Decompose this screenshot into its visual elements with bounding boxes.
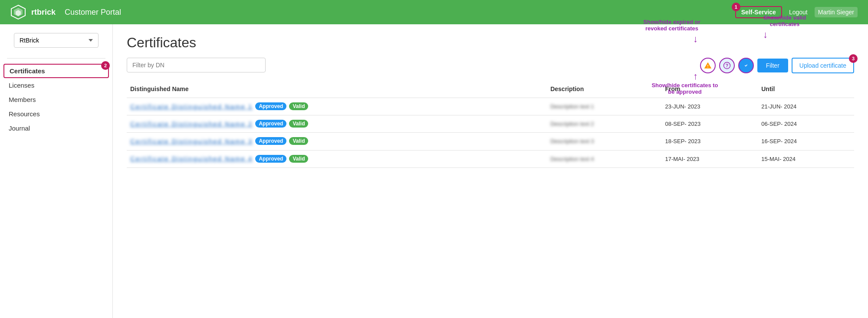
logout-button[interactable]: Logout bbox=[789, 9, 808, 16]
badge-1: 1 bbox=[732, 3, 740, 11]
dn-link[interactable]: Certificate Distinguished Name 4 bbox=[130, 155, 253, 162]
sidebar: RtBrick Certificates 2 Licenses Members … bbox=[0, 24, 113, 318]
page-title: Certificates bbox=[127, 35, 854, 51]
badge-valid: Valid bbox=[289, 137, 308, 145]
desc-cell: Description text 2 bbox=[547, 115, 661, 133]
col-from: From bbox=[662, 80, 758, 98]
from-cell: 23-JUN- 2023 bbox=[662, 98, 758, 115]
badge-approved: Approved bbox=[255, 102, 286, 110]
dn-link[interactable]: Certificate Distinguished Name 2 bbox=[130, 120, 253, 128]
toggle-approve-button[interactable]: ? bbox=[719, 58, 735, 73]
dn-cell: Certificate Distinguished Name 1Approved… bbox=[127, 98, 547, 115]
table-body: Certificate Distinguished Name 1Approved… bbox=[127, 98, 854, 168]
badge-3: 3 bbox=[849, 54, 858, 63]
dn-cell: Certificate Distinguished Name 4Approved… bbox=[127, 150, 547, 167]
upload-certificate-button[interactable]: 3 Upload certificate bbox=[792, 58, 854, 73]
toolbar-wrapper: Show/hide expired orrevoked certificates… bbox=[127, 58, 854, 73]
sidebar-item-certificates[interactable]: Certificates 2 bbox=[3, 64, 109, 78]
col-dn: Distinguished Name bbox=[127, 80, 547, 98]
from-cell: 08-SEP- 2023 bbox=[662, 115, 758, 133]
col-until: Until bbox=[758, 80, 854, 98]
until-cell: 06-SEP- 2024 bbox=[758, 115, 854, 133]
from-cell: 17-MAI- 2023 bbox=[662, 150, 758, 167]
from-cell: 18-SEP- 2023 bbox=[662, 133, 758, 150]
until-cell: 15-MAI- 2024 bbox=[758, 150, 854, 167]
table-row: Certificate Distinguished Name 2Approved… bbox=[127, 115, 854, 133]
self-service-button[interactable]: 1 Self-Service bbox=[735, 6, 782, 18]
desc-cell: Description text 1 bbox=[547, 98, 661, 115]
main-layout: RtBrick Certificates 2 Licenses Members … bbox=[0, 24, 868, 318]
badge-approved: Approved bbox=[255, 120, 286, 128]
user-name: Martin Sieger bbox=[815, 7, 858, 17]
brand-name: rtbrick Customer Portal bbox=[31, 8, 121, 17]
badge-approved: Approved bbox=[255, 137, 286, 145]
toolbar: ↑ Show/hide certificates tobe approved ? bbox=[127, 58, 854, 73]
badge-2: 2 bbox=[101, 61, 110, 70]
sidebar-item-journal[interactable]: Journal bbox=[0, 121, 112, 135]
org-select[interactable]: RtBrick bbox=[14, 33, 99, 48]
table-row: Certificate Distinguished Name 4Approved… bbox=[127, 150, 854, 167]
dn-link[interactable]: Certificate Distinguished Name 3 bbox=[130, 138, 253, 145]
badge-approved: Approved bbox=[255, 155, 286, 163]
rtbrick-logo-icon bbox=[10, 4, 26, 20]
dn-cell: Certificate Distinguished Name 3Approved… bbox=[127, 133, 547, 150]
content-area: Certificates Show/hide expired orrevoked… bbox=[113, 24, 868, 318]
toggle-valid-button[interactable] bbox=[738, 58, 754, 73]
sidebar-divider bbox=[7, 58, 105, 59]
filter-button[interactable]: Filter bbox=[757, 59, 788, 72]
table-row: Certificate Distinguished Name 1Approved… bbox=[127, 98, 854, 115]
badge-valid: Valid bbox=[289, 155, 308, 163]
badge-valid: Valid bbox=[289, 120, 308, 128]
dn-link[interactable]: Certificate Distinguished Name 1 bbox=[130, 103, 253, 110]
svg-text:?: ? bbox=[725, 63, 728, 68]
header-left: rtbrick Customer Portal bbox=[10, 4, 121, 20]
certificates-table: Distinguished Name Description From Unti… bbox=[127, 80, 854, 168]
filter-input[interactable] bbox=[127, 58, 266, 72]
until-cell: 16-SEP- 2024 bbox=[758, 133, 854, 150]
toolbar-right: ↑ Show/hide certificates tobe approved ? bbox=[700, 58, 854, 73]
table-row: Certificate Distinguished Name 3Approved… bbox=[127, 133, 854, 150]
col-desc: Description bbox=[547, 80, 661, 98]
until-cell: 21-JUN- 2024 bbox=[758, 98, 854, 115]
dn-cell: Certificate Distinguished Name 2Approved… bbox=[127, 115, 547, 133]
header: rtbrick Customer Portal 1 Self-Service L… bbox=[0, 0, 868, 24]
sidebar-item-members[interactable]: Members bbox=[0, 92, 112, 107]
sidebar-item-licenses[interactable]: Licenses bbox=[0, 78, 112, 92]
toggle-expired-button[interactable] bbox=[700, 58, 716, 73]
badge-valid: Valid bbox=[289, 102, 308, 110]
table-header: Distinguished Name Description From Unti… bbox=[127, 80, 854, 98]
desc-cell: Description text 3 bbox=[547, 133, 661, 150]
desc-cell: Description text 4 bbox=[547, 150, 661, 167]
sidebar-item-resources[interactable]: Resources bbox=[0, 107, 112, 121]
header-right: 1 Self-Service Logout Martin Sieger bbox=[735, 6, 858, 18]
